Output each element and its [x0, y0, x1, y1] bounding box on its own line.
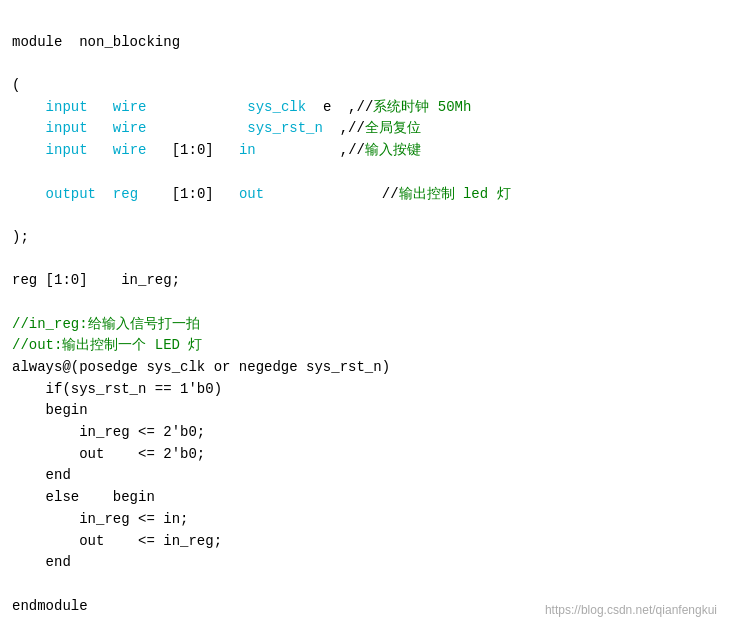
- end-line-1: end: [12, 467, 71, 483]
- end-line-2: end: [12, 554, 71, 570]
- blank-line-3: //in_reg:给输入信号打一拍: [12, 316, 200, 332]
- blank-line-2: reg [1:0] in_reg;: [12, 272, 180, 288]
- blank-line-1: output reg [1:0] out //输出控制 led 灯: [12, 186, 511, 202]
- if-line: if(sys_rst_n == 1'b0): [12, 381, 222, 397]
- blank-line-4: endmodule: [12, 598, 88, 614]
- assign-out-2: out <= in_reg;: [12, 533, 222, 549]
- else-line: else begin: [12, 489, 155, 505]
- begin-line: begin: [12, 402, 88, 418]
- input-line-3: input wire [1:0] in ,//输入按键: [12, 142, 421, 158]
- code-block: module non_blocking ( input wire sys_clk…: [12, 10, 717, 617]
- comment-out: //out:输出控制一个 LED 灯: [12, 337, 202, 353]
- paren-open: (: [12, 77, 20, 93]
- watermark: https://blog.csdn.net/qianfengkui: [545, 603, 717, 617]
- paren-close: );: [12, 229, 29, 245]
- input-line-1: input wire sys_clk e ,//系统时钟 50Mh: [12, 99, 471, 115]
- assign-inreg-2: in_reg <= in;: [12, 511, 188, 527]
- assign-inreg: in_reg <= 2'b0;: [12, 424, 205, 440]
- assign-out: out <= 2'b0;: [12, 446, 205, 462]
- keyword-module: module non_blocking: [12, 34, 180, 50]
- always-line: always@(posedge sys_clk or negedge sys_r…: [12, 359, 390, 375]
- input-line-2: input wire sys_rst_n ,//全局复位: [12, 120, 421, 136]
